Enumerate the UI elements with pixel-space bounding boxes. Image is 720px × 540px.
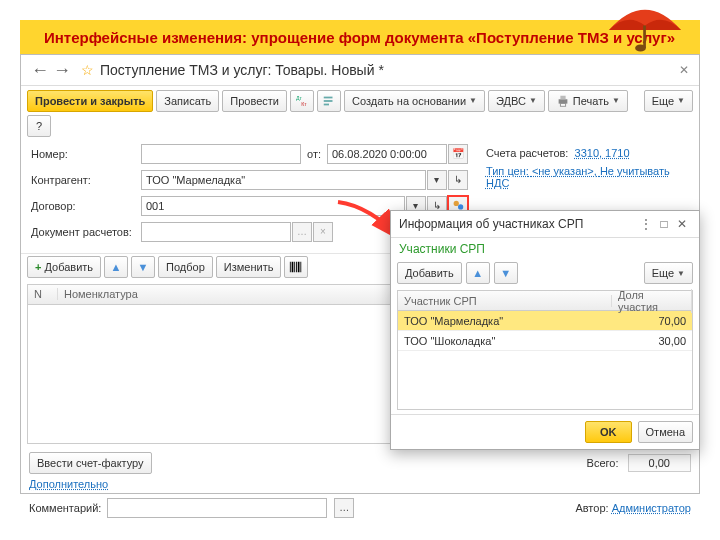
print-button[interactable]: Печать ▼	[548, 90, 628, 112]
svg-point-1	[635, 44, 646, 51]
popup-down-button[interactable]: ▼	[494, 262, 518, 284]
svg-rect-9	[560, 103, 565, 106]
author-label: Автор:	[575, 502, 608, 514]
popup-close-icon[interactable]: ✕	[673, 217, 691, 231]
popup-up-button[interactable]: ▲	[466, 262, 490, 284]
docrasch-input	[141, 222, 291, 242]
enter-invoice-button[interactable]: Ввести счет-фактуру	[29, 452, 152, 474]
slide-header: Интерфейсные изменения: упрощение форм д…	[20, 20, 700, 54]
nav-fwd-icon[interactable]: →	[53, 61, 71, 79]
slide-title: Интерфейсные изменения: упрощение форм д…	[44, 28, 676, 48]
comment-label: Комментарий:	[29, 502, 101, 514]
nav-back-icon[interactable]: ←	[31, 61, 49, 79]
docrasch-clear-icon: ×	[313, 222, 333, 242]
close-icon[interactable]: ✕	[679, 63, 689, 77]
comment-dots-icon[interactable]: …	[334, 498, 354, 518]
contragent-select-icon[interactable]: ▾	[427, 170, 447, 190]
svg-point-11	[458, 204, 463, 209]
svg-point-10	[454, 200, 459, 205]
contract-input[interactable]: 001	[141, 196, 405, 216]
dt-kt-button[interactable]: ДтКт	[290, 90, 314, 112]
svg-text:Кт: Кт	[301, 101, 307, 107]
number-input[interactable]	[141, 144, 301, 164]
total-label: Всего:	[587, 457, 619, 469]
popup-cancel-button[interactable]: Отмена	[638, 421, 693, 443]
comment-input[interactable]	[107, 498, 327, 518]
number-label: Номер:	[31, 148, 141, 160]
more-button[interactable]: Еще ▼	[644, 90, 693, 112]
col-n: N	[28, 288, 58, 300]
contract-label: Договор:	[31, 200, 141, 212]
additional-link[interactable]: Дополнительно	[29, 478, 108, 490]
svg-rect-13	[292, 261, 294, 272]
popup-col-part: Участник СРП	[398, 295, 612, 307]
svg-rect-14	[295, 261, 296, 272]
popup-subtitle: Участники СРП	[391, 238, 699, 260]
pick-button[interactable]: Подбор	[158, 256, 213, 278]
svg-rect-7	[558, 99, 567, 103]
date-picker-icon[interactable]: 📅	[448, 144, 468, 164]
popup-more-button[interactable]: Еще ▼	[644, 262, 693, 284]
table-row[interactable]: ТОО "Мармеладка"70,00	[398, 311, 692, 331]
svg-rect-8	[560, 95, 565, 99]
price-type-link[interactable]: Тип цен: <не указан>, Не учитывать НДС	[486, 165, 670, 189]
titlebar: ← → ☆ Поступление ТМЗ и услуг: Товары. Н…	[21, 55, 699, 86]
bottom-row: Комментарий: … Автор: Администратор	[21, 494, 699, 522]
table-row[interactable]: ТОО "Шоколадка"30,00	[398, 331, 692, 351]
svg-rect-12	[290, 261, 291, 272]
save-button[interactable]: Записать	[156, 90, 219, 112]
total-value: 0,00	[628, 454, 691, 472]
popup-ok-button[interactable]: OK	[585, 421, 632, 443]
main-toolbar: Провести и закрыть Записать Провести ДтК…	[21, 86, 699, 141]
svg-rect-16	[298, 261, 300, 272]
contragent-input[interactable]: ТОО "Мармеладка"	[141, 170, 426, 190]
svg-rect-6	[324, 103, 329, 105]
create-based-on-button[interactable]: Создать на основании ▼	[344, 90, 485, 112]
from-label: от:	[307, 148, 321, 160]
contragent-label: Контрагент:	[31, 174, 141, 186]
popup-col-share: Доля участия	[612, 289, 692, 313]
svg-rect-4	[324, 96, 333, 98]
svg-rect-15	[296, 261, 297, 272]
accounts-link[interactable]: 3310, 1710	[575, 147, 630, 159]
post-button[interactable]: Провести	[222, 90, 287, 112]
svg-rect-5	[324, 100, 333, 102]
docrasch-dots-icon: …	[292, 222, 312, 242]
barcode-button[interactable]	[284, 256, 308, 278]
post-and-close-button[interactable]: Провести и закрыть	[27, 90, 153, 112]
favorite-icon[interactable]: ☆	[81, 62, 94, 78]
add-row-button[interactable]: + Добавить	[27, 256, 101, 278]
svg-rect-0	[643, 26, 646, 49]
totals-row: Ввести счет-фактуру Всего: 0,00	[21, 448, 699, 478]
svg-text:Дт: Дт	[296, 95, 303, 101]
move-down-button[interactable]: ▼	[131, 256, 155, 278]
contragent-open-icon[interactable]: ↳	[448, 170, 468, 190]
registers-button[interactable]	[317, 90, 341, 112]
srp-popup: Информация об участниках СРП ⋮ □ ✕ Участ…	[390, 210, 700, 450]
popup-add-button[interactable]: Добавить	[397, 262, 462, 284]
edvs-button[interactable]: ЭДВС ▼	[488, 90, 545, 112]
popup-menu-icon[interactable]: ⋮	[637, 217, 655, 231]
move-up-button[interactable]: ▲	[104, 256, 128, 278]
docrasch-label: Документ расчетов:	[31, 226, 141, 238]
svg-rect-17	[301, 261, 302, 272]
accounts-label: Счета расчетов:	[486, 147, 568, 159]
popup-table[interactable]: Участник СРП Доля участия ТОО "Мармеладк…	[397, 290, 693, 410]
popup-max-icon[interactable]: □	[655, 217, 673, 231]
decorative-umbrella	[600, 0, 690, 53]
author-link[interactable]: Администратор	[612, 502, 691, 514]
popup-title: Информация об участниках СРП	[399, 217, 637, 231]
date-input[interactable]: 06.08.2020 0:00:00	[327, 144, 447, 164]
edit-button[interactable]: Изменить	[216, 256, 282, 278]
window-title: Поступление ТМЗ и услуг: Товары. Новый *	[100, 62, 679, 78]
help-button[interactable]: ?	[27, 115, 51, 137]
